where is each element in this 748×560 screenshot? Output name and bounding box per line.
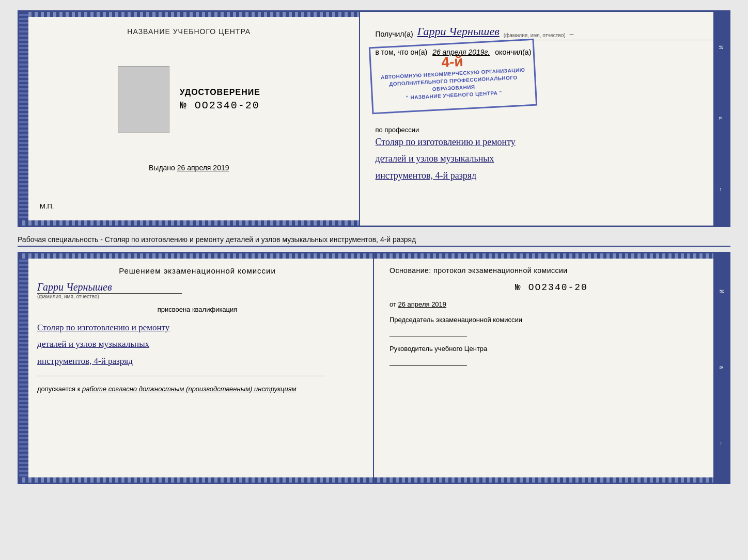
diploma-bottom-right: Основание: протокол экзаменационной коми… xyxy=(374,253,729,483)
recipient-name: Гарри Чернышев xyxy=(417,25,500,38)
predsedatel-sig-line xyxy=(389,337,467,337)
deco-text-ya: а xyxy=(718,117,724,120)
vydano-label: Выдано xyxy=(149,164,175,172)
diploma-bottom: Решением экзаменационной комиссии Гарри … xyxy=(18,252,730,484)
dopuskaetsya-label: допускается к xyxy=(37,385,80,393)
bottom-prof-line3: инструментов, 4-й разряд xyxy=(37,353,357,370)
poluchil-label: Получил(а) xyxy=(376,30,413,38)
deco-bottom-i: И xyxy=(719,290,724,293)
photo-placeholder xyxy=(118,66,169,133)
predsedatel-block: Председатель экзаменационной комиссии xyxy=(389,316,713,337)
deco-bottom-ya: а xyxy=(719,366,724,369)
right-deco-bottom: И а ← xyxy=(713,253,729,483)
rukovoditel-label: Руководитель учебного Центра xyxy=(389,345,713,353)
diploma-left: НАЗВАНИЕ УЧЕБНОГО ЦЕНТРА УДОСТОВЕРЕНИЕ №… xyxy=(19,12,360,226)
stamp-number: 4-й xyxy=(441,53,463,71)
from-date-value: 26 апреля 2019 xyxy=(398,300,447,308)
middle-label: Рабочая специальность - Столяр по изгото… xyxy=(18,231,730,247)
deco-text-l: ← xyxy=(718,187,724,192)
bottom-recipient-name: Гарри Чернышев xyxy=(37,281,112,293)
deco-bottom-l: ← xyxy=(719,441,724,446)
vydano-block: Выдано 26 апреля 2019 xyxy=(149,164,229,172)
section-title: НАЗВАНИЕ УЧЕБНОГО ЦЕНТРА xyxy=(127,27,251,36)
ot-label: от xyxy=(389,300,396,308)
udostoverenie-title: УДОСТОВЕРЕНИЕ xyxy=(180,88,260,97)
osnovanie-title: Основание: протокол экзаменационной коми… xyxy=(389,266,713,275)
predsedatel-label: Председатель экзаменационной комиссии xyxy=(389,316,713,324)
po-professii-label: по профессии xyxy=(376,126,713,134)
rukovoditel-sig-line xyxy=(389,365,467,366)
poluchil-line: Получил(а) Гарри Чернышев (фамилия, имя,… xyxy=(376,25,713,40)
dopuskaetsya-block: допускается к работе согласно должностны… xyxy=(37,385,357,393)
mp-block: М.П. xyxy=(40,202,54,210)
bottom-profession-block: Столяр по изготовлению и ремонту деталей… xyxy=(37,319,357,370)
document-container: НАЗВАНИЕ УЧЕБНОГО ЦЕНТРА УДОСТОВЕРЕНИЕ №… xyxy=(18,10,730,484)
rukovoditel-block: Руководитель учебного Центра xyxy=(389,345,713,366)
diploma-bottom-left: Решением экзаменационной комиссии Гарри … xyxy=(19,253,374,483)
fio-label: (фамилия, имя, отчество) xyxy=(504,33,566,38)
udostoverenie-number: № OO2340-20 xyxy=(180,100,260,111)
profession-line1: Столяр по изготовлению и ремонту xyxy=(376,134,713,150)
bottom-prof-line2: деталей и узлов музыкальных xyxy=(37,336,357,353)
bottom-fio-label: (фамилия, имя, отчество) xyxy=(37,294,99,299)
udostoverenie-block: УДОСТОВЕРЕНИЕ № OO2340-20 xyxy=(180,88,260,111)
dopusk-italic: работе согласно должностным (производств… xyxy=(82,385,297,393)
protocol-number: № OO2340-20 xyxy=(389,282,713,293)
deco-text-i: И xyxy=(718,45,724,49)
right-decoration: И а ← xyxy=(713,12,729,226)
profession-line2: деталей и узлов музыкальных xyxy=(376,150,713,167)
po-professii-block: по профессии Столяр по изготовлению и ре… xyxy=(376,126,713,184)
name-block: Гарри Чернышев (фамилия, имя, отчество) xyxy=(37,281,357,299)
stamp-overlay: 4-й АВТОНОМНУЮ НЕКОММЕРЧЕСКУЮ ОРГАНИЗАЦИ… xyxy=(368,39,537,115)
from-date: от 26 апреля 2019 xyxy=(389,300,713,308)
profession-line3: инструментов, 4-й разряд xyxy=(376,167,713,184)
komissia-title: Решением экзаменационной комиссии xyxy=(37,266,357,275)
diploma-right: Получил(а) Гарри Чернышев (фамилия, имя,… xyxy=(360,12,729,226)
vydano-date: 26 апреля 2019 xyxy=(177,164,229,172)
prisvoena: присвоена квалификация xyxy=(37,306,357,313)
diploma-top: НАЗВАНИЕ УЧЕБНОГО ЦЕНТРА УДОСТОВЕРЕНИЕ №… xyxy=(18,10,730,227)
bottom-prof-line1: Столяр по изготовлению и ремонту xyxy=(37,319,357,336)
